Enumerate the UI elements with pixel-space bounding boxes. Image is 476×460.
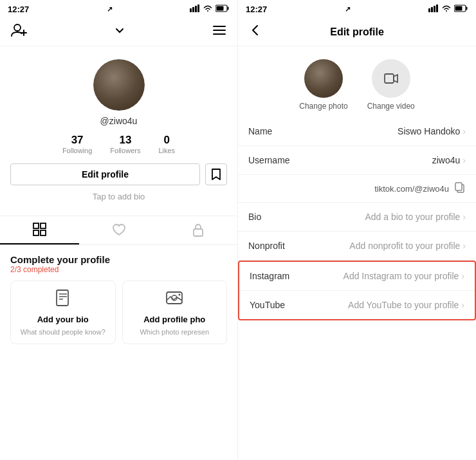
complete-profile-section: Complete your profile 2/3 completed Add … [0,245,237,460]
instagram-field-value: Add Instagram to your profile [307,271,461,281]
stats-row: 37 Following 13 Followers 0 Likes [62,134,175,154]
profile-photo-image [304,59,343,98]
change-photo-item[interactable]: Change photo [299,59,347,111]
username-field-row[interactable]: Username ziwo4u › [238,146,476,175]
avatar [93,59,145,111]
username-chevron-icon: › [462,155,466,165]
nonprofit-chevron-icon: › [462,241,466,251]
bookmark-button[interactable] [205,163,227,185]
back-button[interactable] [248,23,262,41]
nonprofit-field-value: Add nonprofit to your profile [306,241,462,251]
status-bar-right: 12:27 ↗ [238,0,476,18]
wifi-icon-left [203,5,213,14]
bio-field-row[interactable]: Bio Add a bio to your profile › [238,203,476,232]
edit-btn-row: Edit profile [10,163,227,185]
youtube-field-row[interactable]: YouTube Add YouTube to your profile › [239,291,475,319]
profile-photo-circle [304,59,343,98]
location-icon-left: ↗ [107,5,113,14]
status-bar-left: 12:27 ↗ [0,0,237,18]
svg-rect-34 [455,183,462,190]
bio-field-value: Add a bio to your profile [306,212,462,222]
location-icon-right: ↗ [345,5,351,14]
complete-title: Complete your profile [10,254,227,265]
menu-icon[interactable] [212,23,227,42]
username-field-value: ziwo4u [306,155,462,165]
avatar-image [93,59,145,111]
tab-grid[interactable] [0,216,79,244]
tap-bio-text[interactable]: Tap to add bio [93,192,145,201]
name-field-value: Siswo Handoko [306,126,462,136]
svg-rect-0 [190,8,192,12]
photo-card-title: Add profile pho [143,315,205,324]
status-icons-left [190,5,230,14]
status-icons-right [428,5,468,14]
bio-chevron-icon: › [462,212,466,222]
battery-icon-right [454,5,468,14]
svg-rect-28 [436,5,438,12]
svg-rect-17 [194,229,203,236]
photo-card-icon [165,289,183,311]
name-chevron-icon: › [462,126,466,136]
change-video-item[interactable]: Change video [367,59,415,111]
svg-rect-14 [41,223,46,228]
instagram-chevron-icon: › [461,271,464,281]
svg-rect-18 [57,290,68,306]
profile-fields: Name Siswo Handoko › Username ziwo4u › t… [238,117,476,460]
bio-field-label: Bio [248,212,306,222]
svg-rect-27 [434,6,435,12]
youtube-field-value: Add YouTube to your profile [307,300,461,310]
chevron-down-icon[interactable] [113,24,126,41]
tab-liked[interactable] [79,216,158,244]
name-field-row[interactable]: Name Siswo Handoko › [238,117,476,146]
username-display: @ziwo4u [100,116,138,126]
svg-rect-1 [192,7,194,12]
svg-rect-32 [385,74,394,83]
name-field-label: Name [248,126,306,136]
svg-rect-5 [228,7,229,10]
add-user-button[interactable] [10,22,27,42]
tab-private[interactable] [158,216,237,244]
youtube-chevron-icon: › [461,300,464,310]
following-label: Following [62,147,92,154]
svg-rect-2 [195,6,197,12]
tiktok-link-row: tiktok.com/@ziwo4u [238,175,476,203]
svg-rect-31 [455,6,462,11]
photo-card-desc: Which photo represen [140,328,209,336]
instagram-field-label: Instagram [250,271,307,281]
complete-progress: 2/3 completed [10,265,227,274]
likes-count: 0 [164,134,170,147]
likes-label: Likes [158,147,175,154]
following-stat[interactable]: 37 Following [62,134,92,154]
followers-stat[interactable]: 13 Followers [110,134,140,154]
time-right: 12:27 [246,5,267,14]
bio-card-icon [54,289,72,311]
copy-icon[interactable] [454,181,466,196]
right-panel: 12:27 ↗ Edit profile Change photo [238,0,476,460]
signal-icon-left [190,5,200,14]
svg-rect-26 [431,7,433,12]
card-bio[interactable]: Add your bio What should people know? [10,281,116,344]
social-section: Instagram Add Instagram to your profile … [238,261,476,320]
photo-section: Change photo Change video [238,46,476,117]
followers-label: Followers [110,147,140,154]
change-video-label: Change video [367,102,415,111]
svg-rect-13 [33,223,39,228]
time-left: 12:27 [8,5,29,14]
battery-icon-left [215,5,230,14]
nonprofit-field-row[interactable]: Nonprofit Add nonprofit to your profile … [238,232,476,261]
left-panel: 12:27 ↗ @ziwo4u [0,0,238,460]
svg-rect-30 [466,7,468,10]
instagram-field-row[interactable]: Instagram Add Instagram to your profile … [239,262,475,291]
profile-section: @ziwo4u 37 Following 13 Followers 0 Like… [0,46,237,216]
complete-cards: Add your bio What should people know? Ad… [10,281,227,344]
edit-profile-button[interactable]: Edit profile [10,163,200,185]
svg-rect-6 [217,6,224,11]
bio-card-desc: What should people know? [21,328,105,336]
followers-count: 13 [119,134,131,147]
svg-rect-16 [41,230,46,235]
video-circle [372,59,410,98]
svg-rect-25 [428,8,430,12]
card-photo[interactable]: Add profile pho Which photo represen [122,281,228,344]
svg-point-24 [179,294,181,296]
likes-stat[interactable]: 0 Likes [158,134,175,154]
